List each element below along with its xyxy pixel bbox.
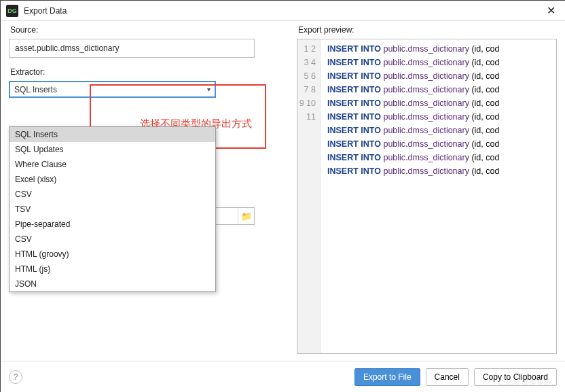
preview-pane: 1 2 3 4 5 6 7 8 9 10 11 INSERT INTO publ… bbox=[297, 39, 557, 354]
extractor-option[interactable]: SQL Inserts bbox=[10, 127, 215, 142]
extractor-option[interactable]: HTML (groovy) bbox=[10, 247, 215, 262]
extractor-selected: SQL Inserts bbox=[14, 85, 57, 94]
copy-button[interactable]: Copy to Clipboard bbox=[474, 368, 557, 386]
export-button[interactable]: Export to File bbox=[354, 368, 420, 386]
extractor-option[interactable]: JSON bbox=[10, 277, 215, 291]
code-area[interactable]: INSERT INTO public.dmss_dictionary (id, … bbox=[321, 39, 499, 353]
extractor-combo[interactable]: SQL Inserts ▾ bbox=[9, 81, 216, 98]
extractor-option[interactable]: SQL Updates bbox=[10, 142, 215, 157]
extractor-option[interactable]: Where Clause bbox=[10, 157, 215, 172]
extractor-option[interactable]: CSV bbox=[10, 187, 215, 202]
extractor-option[interactable]: TSV bbox=[10, 202, 215, 217]
extractor-option[interactable]: HTML (js) bbox=[10, 262, 215, 277]
source-label: Source: bbox=[10, 25, 294, 35]
source-input[interactable]: asset.public.dmss_dictionary bbox=[9, 39, 255, 58]
app-icon: DG bbox=[6, 5, 18, 17]
close-icon[interactable]: ✕ bbox=[543, 4, 560, 17]
window-title: Export Data bbox=[24, 6, 543, 16]
source-value: asset.public.dmss_dictionary bbox=[15, 43, 119, 53]
folder-icon[interactable]: 📁 bbox=[238, 208, 254, 224]
extractor-label: Extractor: bbox=[10, 67, 294, 77]
extractor-option[interactable]: CSV bbox=[10, 232, 215, 247]
line-gutter: 1 2 3 4 5 6 7 8 9 10 11 bbox=[297, 39, 321, 353]
extractor-option[interactable]: Excel (xlsx) bbox=[10, 172, 215, 187]
preview-label: Export preview: bbox=[298, 25, 557, 35]
extractor-dropdown: SQL InsertsSQL UpdatesWhere ClauseExcel … bbox=[9, 126, 216, 292]
cancel-button[interactable]: Cancel bbox=[426, 368, 469, 386]
chevron-down-icon: ▾ bbox=[207, 86, 211, 93]
extractor-option[interactable]: Pipe-separated bbox=[10, 217, 215, 232]
help-button[interactable]: ? bbox=[9, 370, 22, 384]
